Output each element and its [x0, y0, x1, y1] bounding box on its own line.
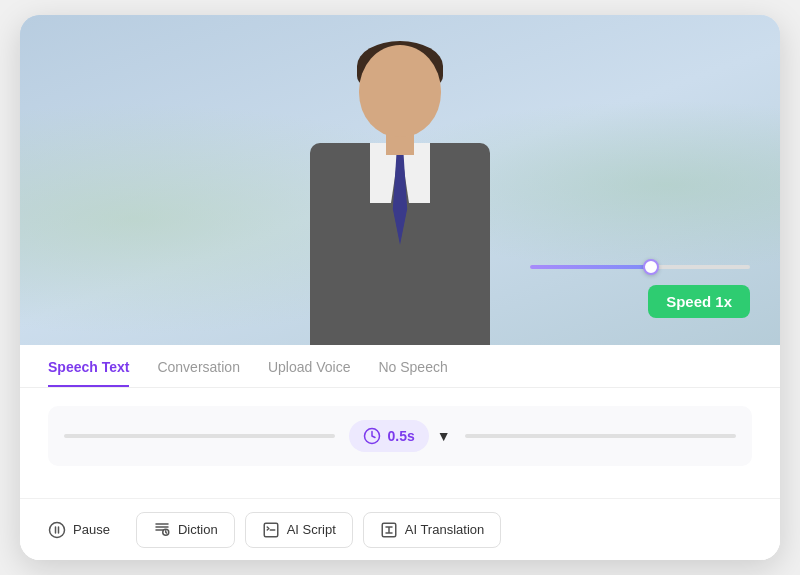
diction-label: Diction [178, 522, 218, 537]
ai-script-icon [262, 521, 280, 539]
time-badge: 0.5s [349, 420, 428, 452]
app-container: ▶ Speed 1x Speech Text Conversation Uplo… [20, 15, 780, 560]
diction-icon [153, 521, 171, 539]
tabs-row: Speech Text Conversation Upload Voice No… [20, 345, 780, 388]
ai-script-button[interactable]: AI Script [245, 512, 353, 548]
ai-translation-label: AI Translation [405, 522, 485, 537]
pause-button[interactable]: Pause [44, 513, 126, 547]
cursor-small: ▼ [437, 428, 451, 444]
ai-translation-button[interactable]: AI Translation [363, 512, 502, 548]
speed-slider-fill [530, 265, 651, 269]
person-head [359, 45, 441, 137]
svg-point-1 [50, 522, 65, 537]
video-area: ▶ Speed 1x [20, 15, 780, 355]
speed-slider-track [530, 265, 750, 269]
clock-icon [363, 427, 381, 445]
toolbar: Pause Diction AI Script [20, 498, 780, 560]
time-label: 0.5s [387, 428, 414, 444]
content-area: 0.5s ▼ [20, 388, 780, 484]
ai-translation-icon [380, 521, 398, 539]
slider-left[interactable] [64, 434, 335, 438]
speed-slider-thumb[interactable] [643, 259, 659, 275]
bottom-panel: Speech Text Conversation Upload Voice No… [20, 345, 780, 560]
ai-script-label: AI Script [287, 522, 336, 537]
pause-label: Pause [73, 522, 110, 537]
slider-row: 0.5s ▼ [48, 406, 752, 466]
tab-no-speech[interactable]: No Speech [378, 359, 447, 387]
tab-speech-text[interactable]: Speech Text [48, 359, 129, 387]
pause-icon [48, 521, 66, 539]
speed-badge: Speed 1x [648, 285, 750, 318]
avatar-person [290, 35, 510, 355]
tab-upload-voice[interactable]: Upload Voice [268, 359, 351, 387]
tab-conversation[interactable]: Conversation [157, 359, 240, 387]
slider-right[interactable] [465, 434, 736, 438]
diction-button[interactable]: Diction [136, 512, 235, 548]
speed-slider-container[interactable] [530, 265, 750, 269]
